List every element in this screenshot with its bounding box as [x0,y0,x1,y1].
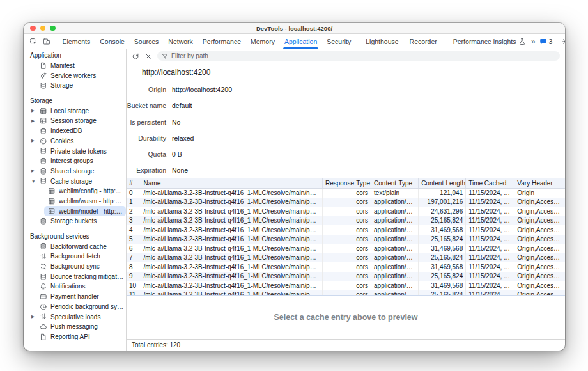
sidebar-item-periodic-background-sync[interactable]: Periodic background sync [24,302,126,312]
tab-label: Memory [251,38,275,45]
table-row[interactable]: 0/mlc-ai/Llama-3.2-3B-Instruct-q4f16_1-M… [127,188,565,198]
tab-console[interactable]: Console [95,34,130,49]
device-toolbar-icon[interactable] [43,38,50,45]
table-row[interactable]: 2/mlc-ai/Llama-3.2-3B-Instruct-q4f16_1-M… [127,207,565,216]
table-row[interactable]: 4/mlc-ai/Llama-3.2-3B-Instruct-q4f16_1-M… [127,225,565,235]
zoom-window-button[interactable] [50,26,56,31]
close-window-button[interactable] [30,26,36,31]
sidebar-item-label: Manifest [50,62,126,69]
table-row[interactable]: 5/mlc-ai/Llama-3.2-3B-Instruct-q4f16_1-M… [127,235,565,244]
minimize-window-button[interactable] [40,26,46,31]
tab-performance[interactable]: Performance [197,34,245,49]
metadata-row: Quota0 B [127,150,565,166]
disclosure-arrow[interactable]: ▶ [31,168,39,173]
cell-index: 10 [127,281,141,290]
cell-content-type: application/oc… [371,198,419,207]
sidebar-item-payment-handler[interactable]: Payment handler [24,292,126,302]
sidebar-item-interest-groups[interactable]: Interest groups [24,156,126,166]
tab-security[interactable]: Security [322,34,356,49]
column-header-vary-header[interactable]: Vary Header [514,178,565,188]
sidebar-item-bounce-tracking-mitigations[interactable]: Bounce tracking mitigations [24,271,126,281]
metadata-row: Bucket namedefault [127,102,565,118]
tab-memory[interactable]: Memory [245,34,279,49]
tab-label: Security [327,38,351,45]
delete-selected-icon[interactable] [144,52,152,60]
column-header-index[interactable]: # [127,178,141,188]
sidebar-item-local-storage[interactable]: ▶Local storage [24,106,126,116]
sidebar-item-indexeddb[interactable]: IndexedDB [24,126,126,136]
table-row[interactable]: 11/mlc-ai/Llama-3.2-3B-Instruct-q4f16_1-… [127,290,565,296]
table-icon [47,198,56,205]
sidebar-item-storage[interactable]: Storage [24,81,126,91]
column-header-content-length[interactable]: Content-Length [419,178,466,188]
sidebar-item-storage-buckets[interactable]: Storage buckets [24,216,126,226]
tab-recorder[interactable]: Recorder [405,34,442,49]
gears-icon [39,72,47,79]
filter-input[interactable]: Filter by path [157,51,560,61]
cell-response-type: cors [322,290,371,296]
table-row[interactable]: 7/mlc-ai/Llama-3.2-3B-Instruct-q4f16_1-M… [127,253,565,263]
disclosure-arrow[interactable]: ▶ [31,118,39,123]
issues-count: 3 [549,38,553,45]
metadata-row: Originhttp://localhost:4200 [127,86,565,102]
database-icon [39,177,47,185]
table-row[interactable]: 9/mlc-ai/Llama-3.2-3B-Instruct-q4f16_1-M… [127,272,565,281]
column-header-time-cached[interactable]: Time Cached [466,178,514,188]
table-row[interactable]: 3/mlc-ai/Llama-3.2-3B-Instruct-q4f16_1-M… [127,216,565,226]
sidebar-item-webllm-model-http-loc[interactable]: webllm/model - http://loc… [44,206,126,216]
table-row[interactable]: 10/mlc-ai/Llama-3.2-3B-Instruct-q4f16_1-… [127,281,565,290]
cell-time-cached: 11/15/2024, 10… [466,281,514,290]
column-header-name[interactable]: Name [141,178,322,188]
sidebar-item-speculative-loads[interactable]: ▶Speculative loads [24,312,126,322]
sidebar-item-service-workers[interactable]: Service workers [24,70,126,81]
sidebar-item-label: webllm/model - http://loc… [59,208,126,215]
tab-application[interactable]: Application [279,34,321,49]
disclosure-arrow[interactable]: ▶ [31,108,39,113]
origin-list-item[interactable]: http://localhost:4200 [127,63,565,81]
tab-performance-insights[interactable]: Performance insights [448,34,531,49]
table-row[interactable]: 1/mlc-ai/Llama-3.2-3B-Instruct-q4f16_1-M… [127,198,565,207]
disclosure-arrow[interactable]: ▶ [31,314,39,319]
sidebar-item-notifications[interactable]: Notifications [24,281,126,292]
tab-label: Lighthouse [366,38,398,45]
sidebar-item-reporting-api[interactable]: Reporting API [24,332,126,342]
metadata-label: Is persistent [127,118,166,126]
refresh-icon[interactable] [132,52,139,60]
sidebar-item-background-fetch[interactable]: Background fetch [24,251,126,262]
metadata-label: Origin [127,86,166,93]
sidebar-item-cache-storage[interactable]: ▼Cache storage [24,176,126,186]
sidebar-item-shared-storage[interactable]: ▶Shared storage [24,166,126,177]
tab-elements[interactable]: Elements [58,34,95,49]
cell-vary-header: Origin,Access… [514,290,565,296]
cell-time-cached: 11/15/2024, 10… [466,235,514,244]
cell-content-length: 31,469,568 [419,281,466,290]
tab-lighthouse[interactable]: Lighthouse [361,34,403,49]
column-header-response-type[interactable]: Response-Type [322,178,371,188]
sidebar-item-back-forward-cache[interactable]: Back/forward cache [24,241,126,251]
sidebar-item-webllm-config-http-loc[interactable]: webllm/config - http://loc… [24,186,126,196]
inspect-element-icon[interactable] [29,38,37,45]
table-row[interactable]: 6/mlc-ai/Llama-3.2-3B-Instruct-q4f16_1-M… [127,244,565,253]
settings-gear-icon[interactable] [562,38,565,45]
sidebar-item-manifest[interactable]: Manifest [24,61,126,71]
cache-entries-grid[interactable]: #NameResponse-TypeContent-TypeContent-Le… [127,178,565,296]
table-row[interactable]: 8/mlc-ai/Llama-3.2-3B-Instruct-q4f16_1-M… [127,262,565,272]
issues-counter[interactable]: 3 [539,38,553,45]
sidebar-item-private-state-tokens[interactable]: Private state tokens [24,146,126,156]
cell-index: 7 [127,253,141,263]
sidebar-item-webllm-wasm-http-loca[interactable]: webllm/wasm - http://loca… [24,196,126,207]
cell-content-type: application/oc… [371,235,419,244]
disclosure-arrow[interactable]: ▼ [31,179,39,184]
sidebar-item-push-messaging[interactable]: Push messaging [24,322,126,332]
file-icon [39,62,47,70]
tab-network[interactable]: Network [164,34,198,49]
sidebar-item-cookies[interactable]: ▶Cookies [24,136,126,146]
more-tabs-button[interactable]: » [531,37,535,46]
column-header-content-type[interactable]: Content-Type [371,178,419,188]
cell-content-length: 25,165,824 [419,290,466,296]
tab-sources[interactable]: Sources [129,34,164,49]
sidebar-item-session-storage[interactable]: ▶Session storage [24,116,126,126]
sidebar-item-background-sync[interactable]: Background sync [24,262,126,272]
database-icon [39,217,47,225]
disclosure-arrow[interactable]: ▶ [31,138,39,143]
